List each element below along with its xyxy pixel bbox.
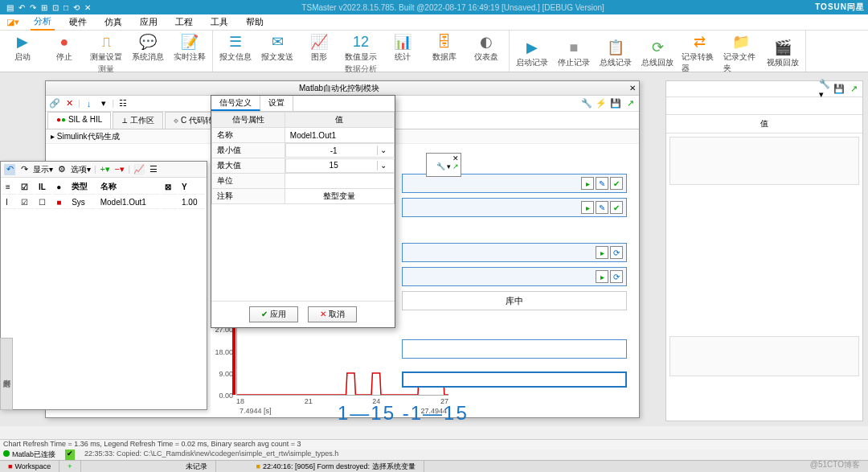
down-icon[interactable]: ↓ <box>84 98 95 109</box>
prop-name-value[interactable]: Model1.Out1 <box>290 131 336 140</box>
undo-icon[interactable]: ↶ <box>4 164 15 175</box>
menu-help[interactable]: 帮助 <box>243 14 267 30</box>
check-icon[interactable]: ✔ <box>610 177 623 190</box>
gear-icon[interactable]: ⚙ <box>56 164 68 175</box>
remove-icon[interactable]: −▾ <box>114 164 125 175</box>
ribbon-实时注释[interactable]: 📝实时注释 <box>172 32 207 63</box>
close-icon[interactable]: ✕ <box>629 84 636 92</box>
sig-chart-icon[interactable]: 📈 <box>133 164 145 175</box>
wrench-icon[interactable]: 🔧 <box>436 162 445 170</box>
ribbon-统计[interactable]: 📊统计 <box>385 32 420 63</box>
vertical-tab[interactable]: 绑定列表 <box>0 338 13 410</box>
tab-add[interactable]: + <box>59 461 80 472</box>
refresh-icon[interactable]: ⟳ <box>610 246 623 259</box>
ribbon-图形[interactable]: 📈图形 <box>301 32 337 63</box>
ribbon: ▶启动●停止⎍测量设置💬系统消息📝实时注释 测量 ☰报文信息✉报文发送📈图形12… <box>0 31 868 72</box>
ribbon-报文发送[interactable]: ✉报文发送 <box>260 32 295 63</box>
ribbon-数值显示[interactable]: 12数值显示 <box>343 32 379 63</box>
cut-icon[interactable]: ✕ <box>63 98 75 109</box>
prop-unit-input[interactable] <box>290 176 389 187</box>
redo-icon[interactable]: ↷ <box>18 164 30 175</box>
play-icon[interactable]: ▸ <box>596 270 608 283</box>
cancel-button[interactable]: ✕ 取消 <box>308 306 357 322</box>
menu-app[interactable]: 应用 <box>137 14 161 30</box>
dropdown-icon[interactable]: ⌄ <box>377 161 389 170</box>
edit-icon[interactable]: ✎ <box>596 177 608 190</box>
tab-form-log[interactable]: ■22:40:16: [9056] Form destroyed: 选择系统变量 <box>248 461 424 472</box>
highlighted-row[interactable] <box>402 371 627 388</box>
ribbon-视频回放[interactable]: 🎬视频回放 <box>765 32 800 74</box>
link-icon[interactable]: 🔗 <box>49 98 60 109</box>
ribbon-总线回放[interactable]: ⟳总线回放 <box>640 32 675 74</box>
export-icon[interactable]: ↗ <box>452 162 459 170</box>
play-icon[interactable]: ▸ <box>581 201 594 214</box>
tab-record[interactable]: 未记录 <box>178 461 216 472</box>
save-icon[interactable]: 💾 <box>833 84 845 95</box>
prop-min-input[interactable] <box>291 146 377 155</box>
signal-def-dialog: 信号定义 设置 信号属性值 名称Model1.Out1 最小值⌄ 最大值⌄ 单位… <box>211 95 395 328</box>
app-icon[interactable]: ◪▾ <box>6 17 19 27</box>
menu-hardware[interactable]: 硬件 <box>66 14 90 30</box>
window-title: TSMaster v2022.8.15.785. Built @2022-08-… <box>91 3 815 12</box>
wrench-icon[interactable]: 🔧▾ <box>819 84 830 95</box>
chart-icon[interactable]: ☷ <box>117 98 129 109</box>
ribbon-报文信息[interactable]: ☰报文信息 <box>218 32 253 63</box>
check-icon[interactable]: ✔ <box>610 201 623 214</box>
annotation-overlay: 1—15 -1—15 <box>338 402 469 425</box>
export-icon[interactable]: ↗ <box>624 98 636 109</box>
right-box-1 <box>669 137 859 185</box>
action-row <box>402 339 627 359</box>
dialog-tab-settings[interactable]: 设置 <box>260 96 293 111</box>
ribbon-启动[interactable]: ▶启动 <box>5 32 40 63</box>
dialog-tab-signal[interactable]: 信号定义 <box>211 96 260 111</box>
menu-tools[interactable]: 工具 <box>207 14 231 30</box>
ribbon-测量设置[interactable]: ⎍测量设置 <box>88 32 124 63</box>
ribbon-系统消息[interactable]: 💬系统消息 <box>130 32 166 63</box>
right-panel: 🔧▾ 💾 ↗ 值 <box>665 80 863 421</box>
table-row[interactable]: I☑☐■ Sys Model1.Out1 1.00 <box>2 196 205 209</box>
action-row: ▸ ⟳ <box>402 243 627 262</box>
prop-max-input[interactable] <box>291 161 377 170</box>
action-row: ▸ ✎ ✔ <box>402 198 627 217</box>
titlebar-quick-icons[interactable]: ▤↶↷⊞⊡□⟲✕ <box>6 3 91 12</box>
options-dropdown[interactable]: 选项▾ <box>71 164 91 175</box>
play-icon[interactable]: ▸ <box>596 246 608 259</box>
tab-workspace[interactable]: ⊥ 工作区 <box>113 112 163 129</box>
title-bar: ▤↶↷⊞⊡□⟲✕ TSMaster v2022.8.15.785. Built … <box>0 0 868 14</box>
export-icon[interactable]: ↗ <box>848 84 859 95</box>
tab-sil-hil[interactable]: ●● SIL & HIL <box>47 112 111 129</box>
ribbon-总线记录[interactable]: 📋总线记录 <box>598 32 633 74</box>
dropdown-icon[interactable]: ▾ <box>98 98 109 109</box>
menu-sim[interactable]: 仿真 <box>101 14 125 30</box>
dropdown-icon[interactable]: ⌄ <box>377 146 389 155</box>
add-icon[interactable]: +▾ <box>100 164 111 175</box>
save-icon[interactable]: 💾 <box>610 98 621 109</box>
wrench-icon[interactable]: 🔧 <box>581 98 592 109</box>
signal-list-panel: ↶ ↷ 显示▾ ⚙ 选项▾ | +▾ −▾ | 📈 ☰ ≡☑IL● 类型 名称 … <box>0 161 207 410</box>
play-icon[interactable]: ▸ <box>581 177 594 190</box>
menu-project[interactable]: 工程 <box>172 14 196 30</box>
sig-list-icon[interactable]: ☰ <box>148 164 159 175</box>
matlab-panel-header[interactable]: Matlab自动化控制模块 ✕ <box>46 81 639 96</box>
refresh-icon[interactable]: ⟳ <box>610 270 623 283</box>
ribbon-停止记录[interactable]: ■停止记录 <box>556 32 592 74</box>
tab-workspace[interactable]: ■Workspace <box>0 461 59 472</box>
ribbon-仪表盘[interactable]: ◐仪表盘 <box>469 32 504 63</box>
ribbon-group-analysis: ☰报文信息✉报文发送📈图形12数值显示📊统计🗄数据库◐仪表盘 数据分析 <box>213 31 510 72</box>
apply-button[interactable]: ✔ 应用 <box>249 306 298 322</box>
edit-icon[interactable]: ✎ <box>596 201 608 214</box>
display-dropdown[interactable]: 显示▾ <box>33 164 53 175</box>
ribbon-停止[interactable]: ●停止 <box>47 32 82 63</box>
property-table: 信号属性值 名称Model1.Out1 最小值⌄ 最大值⌄ 单位 注释整型变量 <box>211 112 395 204</box>
status-dot-green <box>3 450 10 457</box>
bolt-icon[interactable]: ⚡ <box>596 98 607 109</box>
action-row: ▸ ⟳ <box>402 267 627 286</box>
ribbon-记录文件夹[interactable]: 📁记录文件夹 <box>723 32 759 74</box>
menu-bar: ◪▾ 分析 硬件 仿真 应用 工程 工具 帮助 <box>0 14 868 31</box>
ribbon-启动记录[interactable]: ▶启动记录 <box>514 32 550 74</box>
close-icon[interactable]: ✕ <box>452 154 459 162</box>
ribbon-记录转换器[interactable]: ⇄记录转换器 <box>682 32 717 74</box>
menu-analysis[interactable]: 分析 <box>31 14 55 31</box>
prop-comment-value[interactable]: 整型变量 <box>323 191 355 200</box>
ribbon-数据库[interactable]: 🗄数据库 <box>427 32 462 63</box>
